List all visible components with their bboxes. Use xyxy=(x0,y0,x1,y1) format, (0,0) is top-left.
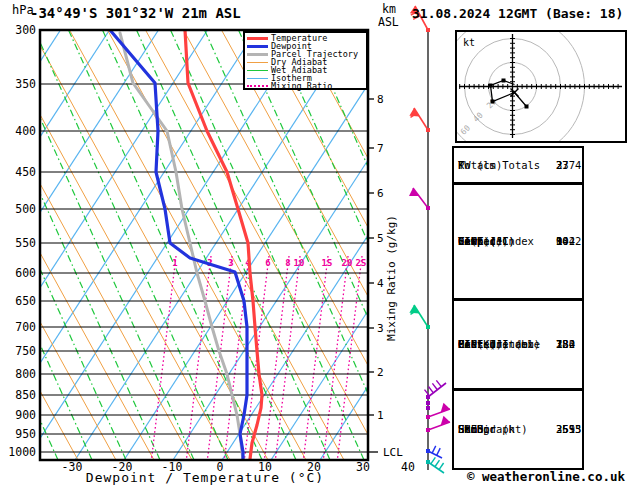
table-row: CIN (J)184 xyxy=(458,339,502,350)
isotherm-line-sample xyxy=(247,78,268,79)
station-title: -34°49'S 301°32'W 21m ASL xyxy=(30,5,241,21)
wind-barbs xyxy=(409,6,450,473)
row-label: CIN (J) xyxy=(458,338,502,350)
km-tick-label: 1 xyxy=(377,409,384,422)
altitude-unit-asl-label: ASL xyxy=(378,15,399,29)
pressure-tick-label: 550 xyxy=(15,236,36,250)
altitude-unit-km-label: km xyxy=(382,2,396,16)
lcl-label: LCL xyxy=(383,446,403,459)
legend-item: Mixing Ratio xyxy=(247,82,364,90)
mixing-ratio-label: 3 xyxy=(228,258,233,268)
parcel-line-sample xyxy=(247,53,268,56)
pressure-tick-label: 300 xyxy=(15,23,36,37)
km-tick-label: 2 xyxy=(377,366,384,379)
hodograph-ring-label: 60 xyxy=(459,123,472,136)
indices-table: K23 Totals Totals37 PW (cm)2.74 xyxy=(452,146,584,184)
mixing-ratio-axis-title: Mixing Ratio (g/kg) xyxy=(385,215,398,341)
surface-table: Surface Temp (°C)10.2 Dewp (°C)9.4 θe(K)… xyxy=(452,183,584,300)
dry-adiabat-line-sample xyxy=(247,62,268,63)
pressure-tick-label: 500 xyxy=(15,202,36,216)
km-tick-label: 4 xyxy=(377,277,384,290)
km-tick-label: 8 xyxy=(377,93,384,106)
pressure-tick-label: 750 xyxy=(15,344,36,358)
row-label: StmSpd (kt) xyxy=(458,423,528,435)
km-tick-label: 6 xyxy=(377,187,384,200)
most-unstable-table: Most Unstable Pressure (mb)750 θe (K)322… xyxy=(452,299,584,390)
row-value: 184 xyxy=(556,339,575,350)
datetime-title: 31.08.2024 12GMT (Base: 18) xyxy=(412,6,623,21)
table-row: PW (cm)2.74 xyxy=(458,160,502,171)
mixing-ratio-label: 10 xyxy=(294,258,305,268)
mixing-ratio-label: 25 xyxy=(356,258,367,268)
km-tick-label: 5 xyxy=(377,232,384,245)
pressure-tick-label: 650 xyxy=(15,294,36,308)
table-row: CIN (J)0 xyxy=(458,236,502,247)
pressure-tick-label: 850 xyxy=(15,388,36,402)
hodograph-ring-label: 40 xyxy=(472,111,485,124)
pressure-tick-label: 900 xyxy=(15,408,36,422)
mixing-ratio-label: 6 xyxy=(265,258,270,268)
dewpoint-line-sample xyxy=(247,45,268,48)
hodograph-rings xyxy=(455,30,622,143)
table-row: StmSpd (kt)25 xyxy=(458,424,528,435)
skewt-sounding-page: 3003504004505005506006507007508008509009… xyxy=(0,0,629,486)
pressure-tick-label: 950 xyxy=(15,427,36,441)
mixing-ratio-label: 1 xyxy=(172,258,177,268)
pressure-tick-label: 350 xyxy=(15,77,36,91)
km-tick-label: 7 xyxy=(377,142,384,155)
row-label: PW (cm) xyxy=(458,159,502,171)
mixing-ratio-label: 8 xyxy=(285,258,290,268)
legend: Temperature Dewpoint Parcel Trajectory D… xyxy=(243,31,368,90)
pressure-tick-label: 400 xyxy=(15,124,36,138)
pressure-tick-label: 800 xyxy=(15,367,36,381)
row-value: 25 xyxy=(556,424,569,435)
temp-tick-label: 40 xyxy=(401,460,415,474)
row-value: 0 xyxy=(556,236,562,247)
mixing-ratio-label: 15 xyxy=(322,258,333,268)
wet-adiabat-line-sample xyxy=(247,70,268,71)
copyright: © weatheronline.co.uk xyxy=(425,469,625,484)
pressure-tick-label: 450 xyxy=(15,165,36,179)
mixing-ratio-line-sample xyxy=(247,85,268,87)
row-label: CIN (J) xyxy=(458,235,502,247)
temperature-line-sample xyxy=(247,37,268,40)
hodograph-table: Hodograph EH-695 SREH-513 StmDir355° Stm… xyxy=(452,389,584,470)
hodograph-unit-label: kt xyxy=(463,37,475,48)
pressure-tick-label: 700 xyxy=(15,320,36,334)
mixing-ratio-label: 20 xyxy=(342,258,353,268)
legend-item-label: Mixing Ratio xyxy=(271,82,332,90)
pressure-tick-label: 1000 xyxy=(8,445,36,459)
km-tick-label: 3 xyxy=(377,322,384,335)
x-axis-title: Dewpoint / Temperature (°C) xyxy=(40,470,370,485)
row-value: 2.74 xyxy=(556,160,581,171)
pressure-unit-label: hPa xyxy=(12,3,34,17)
hodograph: kt 204060 xyxy=(455,30,627,143)
altitude-axis: 87654321 xyxy=(368,93,384,452)
pressure-tick-label: 600 xyxy=(15,266,36,280)
